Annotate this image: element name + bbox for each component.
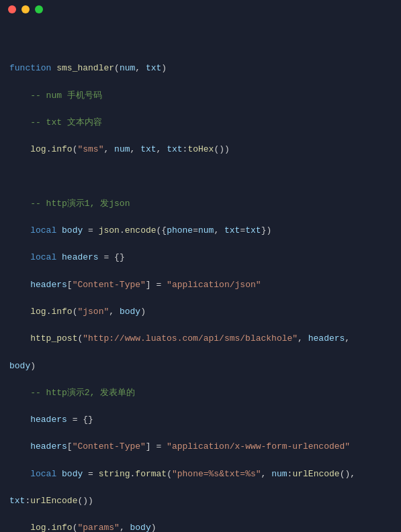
code-line: log.info("json", body) (0, 305, 401, 319)
code-line: local headers = {} (0, 251, 401, 264)
code-line (0, 170, 401, 184)
code-editor[interactable]: function sms_handler(num, txt) -- num 手机… (0, 19, 401, 532)
title-bar (0, 0, 401, 19)
code-line: local body = json.encode({phone=num, txt… (0, 224, 401, 237)
code-line: -- txt 文本内容 (0, 116, 401, 129)
code-line: log.info("sms", num, txt, txt:toHex()) (0, 143, 401, 156)
code-line: local body = string.format("phone=%s&txt… (0, 468, 401, 481)
code-line: headers = {} (0, 413, 401, 427)
code-line: http_post("http://www.luatos.com/api/sms… (0, 332, 401, 345)
code-line: body) (0, 360, 401, 373)
close-button[interactable] (8, 5, 16, 13)
minimize-button[interactable] (21, 5, 30, 13)
code-line: -- num 手机号码 (0, 89, 401, 103)
code-line: txt:urlEncode()) (0, 494, 401, 508)
code-line: -- http演示2, 发表单的 (0, 386, 401, 400)
code-line: -- http演示1, 发json (0, 197, 401, 211)
code-line: headers["Content-Type"] = "application/j… (0, 278, 401, 292)
code-line: headers["Content-Type"] = "application/x… (0, 440, 401, 454)
code-line: function sms_handler(num, txt) (0, 62, 401, 75)
code-line (0, 35, 401, 48)
window: function sms_handler(num, txt) -- num 手机… (0, 0, 401, 532)
maximize-button[interactable] (35, 5, 43, 13)
code-line: log.info("params", body) (0, 521, 401, 532)
